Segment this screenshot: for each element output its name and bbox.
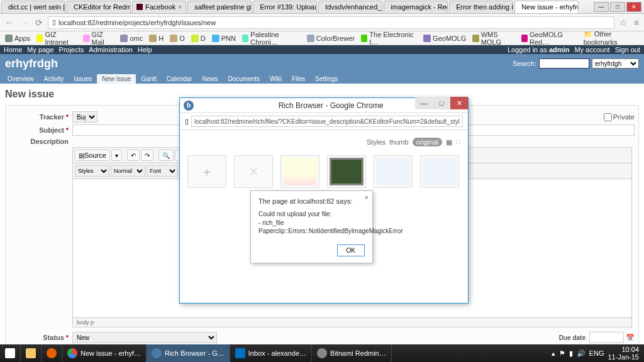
bookmark-item[interactable]: Apps bbox=[5, 35, 30, 42]
browser-tab[interactable]: imagemagick - Red…× bbox=[384, 1, 448, 13]
window-close-button[interactable]: ✕ bbox=[626, 2, 641, 12]
alert-close-icon[interactable]: × bbox=[365, 194, 369, 201]
top-menu-link[interactable]: Sign out bbox=[615, 46, 640, 53]
bookmark-item[interactable]: Palestine Chroni… bbox=[242, 31, 301, 46]
main-menu-item[interactable]: Files bbox=[287, 74, 310, 84]
browser-tab[interactable]: tdvsdv/enhanced_i…× bbox=[318, 1, 382, 13]
taskbar-outlook[interactable]: Inbox - alexande… bbox=[230, 344, 312, 362]
tray-flag-icon[interactable]: ⚑ bbox=[559, 349, 565, 358]
browser-tab[interactable]: Facebook× bbox=[132, 1, 186, 13]
top-menu-link[interactable]: My page bbox=[27, 46, 53, 53]
forward-icon: → bbox=[19, 18, 30, 28]
browser-tab[interactable]: Error then adding i…× bbox=[449, 1, 513, 13]
back-icon[interactable]: ← bbox=[4, 18, 15, 28]
taskbar-rich-browser[interactable]: Rich Browser - G… bbox=[147, 344, 230, 362]
popup-close-button[interactable]: ✕ bbox=[450, 97, 468, 109]
main-menu-item[interactable]: Issues bbox=[69, 74, 97, 84]
bookmarks-bar: AppsGIZ IntranetGIZ MailomcHODPNNPalesti… bbox=[0, 31, 644, 45]
taskbar-bitnami[interactable]: Bitnami Redmin… bbox=[312, 344, 392, 362]
taskbar-explorer[interactable] bbox=[21, 344, 42, 362]
tray-volume-icon[interactable]: 🔊 bbox=[577, 349, 586, 358]
duedate-input[interactable] bbox=[589, 332, 624, 343]
main-menu-item[interactable]: Overview bbox=[3, 74, 39, 84]
start-button[interactable] bbox=[0, 344, 21, 362]
tray-clock[interactable]: 10:0411-Jan-15 bbox=[608, 346, 639, 361]
browser-tab[interactable]: salfeet palestine gi…× bbox=[187, 1, 252, 13]
bookmark-item[interactable]: GIZ Mail bbox=[83, 31, 114, 46]
list-view-icon[interactable]: ∷ bbox=[456, 138, 460, 146]
private-checkbox[interactable] bbox=[604, 113, 612, 121]
main-menu-item[interactable]: New issue bbox=[97, 74, 136, 84]
main-menu-item[interactable]: News bbox=[197, 74, 223, 84]
popup-thumb-tab[interactable]: thumb bbox=[389, 138, 409, 146]
main-menu-item[interactable]: Wiki bbox=[265, 74, 287, 84]
top-menu-link[interactable]: Home bbox=[4, 46, 22, 53]
browser-tab-strip: dict.cc | wert sein | V×CKEditor for Red… bbox=[0, 0, 644, 14]
popup-maximize-button[interactable]: □ bbox=[433, 97, 450, 109]
browser-tab[interactable]: Error #139: Upload…× bbox=[253, 1, 317, 13]
file-thumb[interactable] bbox=[420, 155, 459, 196]
menu-icon[interactable]: ≡ bbox=[633, 18, 640, 28]
address-bar[interactable]: ▯ localhost:82/redmine/projects/erhyfrdg… bbox=[48, 16, 614, 29]
undo-button[interactable]: ↶ bbox=[127, 150, 140, 161]
tray-network-icon[interactable]: ▮ bbox=[569, 349, 573, 358]
project-select[interactable]: erhyfrdgh bbox=[592, 58, 639, 69]
bookmark-item[interactable]: GeoMOLG bbox=[423, 35, 466, 42]
tracker-select[interactable]: Bug bbox=[72, 111, 97, 123]
window-minimize-button[interactable]: — bbox=[594, 2, 609, 12]
bookmark-item[interactable]: ColorBrewer bbox=[307, 35, 355, 42]
main-menu-item[interactable]: Documents bbox=[223, 74, 265, 84]
bookmark-item[interactable]: omc bbox=[120, 35, 143, 42]
other-bookmarks[interactable]: 📁 Other bookmarks bbox=[584, 30, 639, 46]
top-menu-link[interactable]: Projects bbox=[59, 46, 84, 53]
bookmark-item[interactable]: PNN bbox=[212, 35, 236, 42]
file-thumb[interactable] bbox=[374, 155, 413, 196]
popup-titlebar[interactable]: b Rich Browser - Google Chrome — □ ✕ bbox=[180, 98, 468, 113]
reload-icon[interactable]: ⟳ bbox=[34, 18, 44, 28]
tracker-label: Tracker bbox=[40, 113, 64, 121]
tray-up-icon[interactable]: ▴ bbox=[552, 349, 555, 358]
top-menu-link[interactable]: Administration bbox=[89, 46, 133, 53]
styles-select[interactable]: Styles bbox=[75, 165, 109, 177]
page-icon: ▯ bbox=[185, 118, 189, 126]
browser-tab[interactable]: dict.cc | wert sein | V× bbox=[1, 1, 65, 13]
alert-ok-button[interactable]: OK bbox=[337, 244, 365, 256]
taskbar-firefox[interactable] bbox=[42, 344, 62, 362]
browser-tab[interactable]: CKEditor for Redmi…× bbox=[67, 1, 131, 13]
top-menu-link[interactable]: My account bbox=[574, 46, 609, 53]
main-menu-item[interactable]: Gantt bbox=[136, 74, 161, 84]
bookmark-item[interactable]: D bbox=[191, 35, 206, 42]
top-menu-link[interactable]: Help bbox=[138, 46, 152, 53]
bookmark-item[interactable]: WMS MOLG bbox=[472, 31, 514, 46]
bookmark-item[interactable]: O bbox=[170, 35, 185, 42]
redo-button[interactable]: ↷ bbox=[141, 150, 153, 161]
popup-original-tab[interactable]: original bbox=[413, 138, 442, 146]
grid-view-icon[interactable]: ▦ bbox=[446, 138, 452, 146]
taskbar-chrome[interactable]: New issue - erhyf… bbox=[62, 344, 147, 362]
bookmark-item[interactable]: The Electronic I… bbox=[361, 31, 417, 46]
find-button[interactable]: 🔍 bbox=[158, 150, 174, 161]
format-select[interactable]: Normal bbox=[111, 165, 145, 177]
window-maximize-button[interactable]: □ bbox=[610, 2, 625, 12]
bookmark-item[interactable]: H bbox=[149, 35, 164, 42]
tool-button[interactable]: ▾ bbox=[111, 150, 122, 161]
main-menu-item[interactable]: Settings bbox=[310, 74, 343, 84]
status-select[interactable]: New bbox=[72, 332, 217, 343]
popup-minimize-button[interactable]: — bbox=[415, 97, 433, 109]
main-menu-item[interactable]: Activity bbox=[39, 74, 69, 84]
calendar-icon[interactable]: 📅 bbox=[626, 334, 635, 342]
project-name: erhyfrdgh bbox=[5, 57, 58, 70]
editor-path: body p bbox=[73, 317, 631, 327]
tray-lang[interactable]: ENG bbox=[589, 349, 604, 357]
browser-tab[interactable]: New issue - erhyfrd…× bbox=[514, 1, 579, 13]
bookmark-item[interactable]: GIZ Intranet bbox=[36, 31, 77, 46]
source-button[interactable]: ▤ Source bbox=[75, 150, 110, 161]
popup-url-input[interactable] bbox=[191, 116, 463, 127]
search-input[interactable] bbox=[539, 58, 589, 69]
main-menu-item[interactable]: Calendar bbox=[162, 74, 197, 84]
private-label: Private bbox=[613, 113, 635, 121]
bookmark-item[interactable]: GeoMOLG Red… bbox=[521, 31, 577, 46]
star-icon[interactable]: ☆ bbox=[618, 18, 629, 28]
upload-thumb[interactable]: ＋ bbox=[187, 155, 226, 196]
font-select[interactable]: Font bbox=[147, 165, 178, 177]
